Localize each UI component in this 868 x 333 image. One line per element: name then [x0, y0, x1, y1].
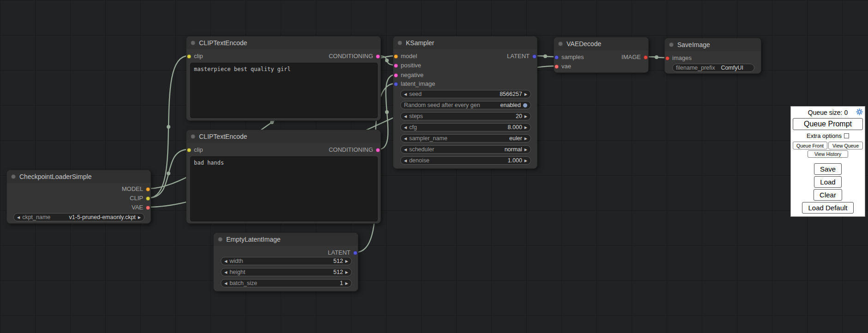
port-dot-latent[interactable] [555, 55, 559, 59]
graph-canvas[interactable]: CheckpointLoaderSimple MODEL CLIP VAE ◀ … [0, 0, 868, 333]
increment-arrow-icon[interactable]: ▶ [138, 215, 141, 220]
port-dot-clip[interactable] [146, 196, 150, 201]
node-title-bar[interactable]: CheckpointLoaderSimple [7, 170, 151, 183]
load-default-button[interactable]: Load Default [802, 202, 853, 214]
node-clip-text-encode-positive[interactable]: CLIPTextEncode clip CONDITIONING masterp… [186, 36, 381, 121]
increment-arrow-icon[interactable]: ▶ [524, 148, 527, 152]
node-collapse-dot-icon[interactable] [191, 41, 195, 45]
widget-seed[interactable]: ◀ seed 8566257 ▶ [400, 90, 531, 98]
port-dot-vae[interactable] [555, 65, 559, 69]
input-slot-vae[interactable]: vae [554, 61, 571, 71]
widget-scheduler[interactable]: ◀ scheduler normal ▶ [400, 145, 531, 154]
port-dot-image[interactable] [665, 56, 669, 60]
increment-arrow-icon[interactable]: ▶ [524, 114, 527, 119]
node-empty-latent-image[interactable]: EmptyLatentImage LATENT ◀ width 512 ▶ ◀ … [213, 232, 358, 291]
node-title-bar[interactable]: KSampler [393, 36, 537, 49]
view-history-button[interactable]: View History [808, 150, 848, 158]
node-ksampler[interactable]: KSampler model positive negative latent_… [393, 36, 537, 169]
decrement-arrow-icon[interactable]: ◀ [224, 281, 227, 285]
widget-batch-size[interactable]: ◀ batch_size 1 ▶ [221, 279, 352, 287]
decrement-arrow-icon[interactable]: ◀ [404, 148, 407, 152]
input-slot-clip[interactable]: clip [187, 145, 203, 155]
increment-arrow-icon[interactable]: ▶ [345, 281, 348, 285]
node-collapse-dot-icon[interactable] [398, 41, 402, 45]
load-button[interactable]: Load [814, 176, 841, 188]
output-slot-vae[interactable]: VAE [132, 202, 151, 213]
output-slot-model[interactable]: MODEL [122, 184, 151, 194]
widget-height[interactable]: ◀ height 512 ▶ [221, 268, 352, 276]
input-slot-model[interactable]: model [393, 51, 417, 61]
widget-width[interactable]: ◀ width 512 ▶ [221, 257, 352, 265]
node-collapse-dot-icon[interactable] [11, 174, 16, 179]
widget-denoise[interactable]: ◀ denoise 1.000 ▶ [400, 156, 531, 165]
node-title-bar[interactable]: SaveImage [665, 38, 761, 51]
widget-filename-prefix[interactable]: filename_prefix ComfyUI [672, 64, 754, 72]
queue-front-button[interactable]: Queue Front [793, 142, 827, 149]
node-collapse-dot-icon[interactable] [669, 42, 674, 47]
port-dot-latent[interactable] [394, 82, 398, 86]
decrement-arrow-icon[interactable]: ◀ [404, 125, 407, 130]
decrement-arrow-icon[interactable]: ◀ [404, 137, 407, 141]
widget-cfg[interactable]: ◀ cfg 8.000 ▶ [400, 123, 531, 131]
node-vae-decode[interactable]: VAEDecode samples vae IMAGE [554, 37, 649, 73]
node-save-image[interactable]: SaveImage images filename_prefix ComfyUI [664, 38, 761, 74]
decrement-arrow-icon[interactable]: ◀ [404, 92, 407, 96]
input-slot-latent-image[interactable]: latent_image [393, 79, 435, 89]
prompt-text-input[interactable]: masterpiece best quality girl [190, 63, 378, 118]
prompt-text-input[interactable]: bad hands [190, 156, 378, 221]
decrement-arrow-icon[interactable]: ◀ [224, 259, 227, 263]
increment-arrow-icon[interactable]: ▶ [524, 137, 527, 141]
widget-ckpt-name[interactable]: ◀ ckpt_name v1-5-pruned-emaonly.ckpt ▶ [13, 213, 145, 221]
extra-options-checkbox[interactable] [844, 133, 849, 138]
port-dot-clip[interactable] [187, 54, 191, 59]
node-collapse-dot-icon[interactable] [191, 134, 195, 139]
port-dot-conditioning[interactable] [376, 148, 380, 152]
port-dot-latent[interactable] [532, 54, 536, 59]
queue-prompt-button[interactable]: Queue Prompt [793, 118, 863, 130]
input-slot-images[interactable]: images [665, 53, 692, 63]
port-dot-model[interactable] [146, 187, 150, 191]
save-button[interactable]: Save [814, 163, 842, 175]
increment-arrow-icon[interactable]: ▶ [524, 159, 527, 163]
node-title-bar[interactable]: CLIPTextEncode [187, 36, 380, 49]
output-slot-conditioning[interactable]: CONDITIONING [329, 51, 380, 61]
node-collapse-dot-icon[interactable] [218, 237, 223, 242]
decrement-arrow-icon[interactable]: ◀ [404, 159, 407, 163]
output-slot-latent[interactable]: LATENT [507, 51, 537, 61]
node-checkpoint-loader-simple[interactable]: CheckpointLoaderSimple MODEL CLIP VAE ◀ … [6, 170, 151, 224]
widget-sampler-name[interactable]: ◀ sampler_name euler ▶ [400, 134, 531, 143]
output-slot-latent[interactable]: LATENT [328, 248, 358, 258]
node-title-bar[interactable]: EmptyLatentImage [214, 233, 358, 246]
decrement-arrow-icon[interactable]: ◀ [224, 270, 227, 274]
decrement-arrow-icon[interactable]: ◀ [17, 215, 20, 220]
input-slot-positive[interactable]: positive [393, 60, 421, 71]
node-title-bar[interactable]: CLIPTextEncode [187, 130, 380, 143]
increment-arrow-icon[interactable]: ▶ [345, 270, 348, 274]
widget-random-seed-toggle[interactable]: Random seed after every gen enabled [400, 101, 531, 109]
clear-button[interactable]: Clear [814, 189, 842, 201]
port-dot-vae[interactable] [146, 206, 150, 210]
input-slot-clip[interactable]: clip [187, 51, 203, 61]
port-dot-conditioning[interactable] [394, 73, 398, 77]
widget-steps[interactable]: ◀ steps 20 ▶ [400, 112, 531, 120]
increment-arrow-icon[interactable]: ▶ [345, 259, 348, 263]
node-title-bar[interactable]: VAEDecode [554, 37, 648, 50]
port-dot-conditioning[interactable] [394, 64, 398, 68]
node-clip-text-encode-negative[interactable]: CLIPTextEncode clip CONDITIONING bad han… [186, 130, 381, 224]
port-dot-conditioning[interactable] [376, 54, 380, 59]
decrement-arrow-icon[interactable]: ◀ [404, 114, 407, 119]
output-slot-image[interactable]: IMAGE [621, 52, 648, 62]
settings-gear-icon[interactable] [856, 108, 863, 115]
port-dot-image[interactable] [644, 55, 648, 59]
port-dot-latent[interactable] [353, 251, 357, 255]
node-collapse-dot-icon[interactable] [558, 42, 563, 46]
output-slot-conditioning[interactable]: CONDITIONING [329, 145, 380, 155]
port-dot-clip[interactable] [187, 148, 191, 152]
increment-arrow-icon[interactable]: ▶ [524, 125, 527, 130]
toggle-on-dot-icon[interactable] [523, 103, 527, 107]
output-slot-clip[interactable]: CLIP [130, 193, 151, 203]
increment-arrow-icon[interactable]: ▶ [524, 92, 527, 96]
input-slot-samples[interactable]: samples [554, 52, 584, 62]
port-dot-model[interactable] [394, 54, 398, 59]
view-queue-button[interactable]: View Queue [828, 142, 863, 149]
